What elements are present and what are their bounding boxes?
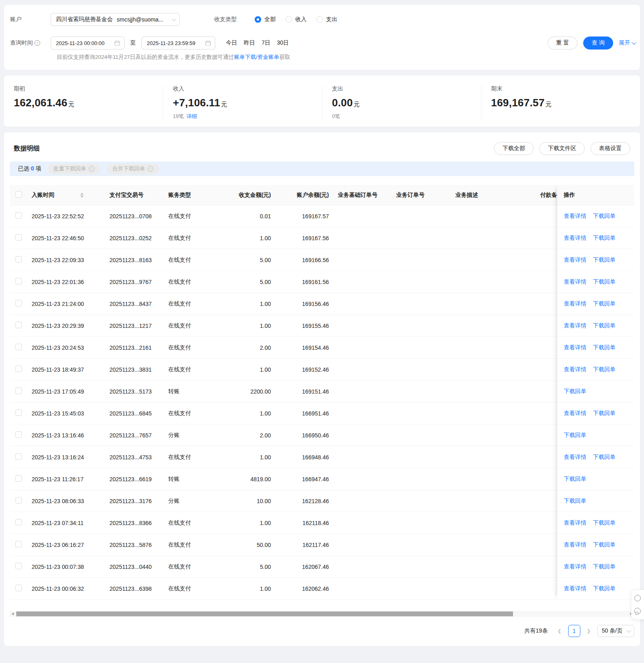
download-receipt-link[interactable]: 下载回单 bbox=[593, 213, 616, 220]
floating-help-widget[interactable] bbox=[631, 590, 644, 620]
download-receipt-link[interactable]: 下载回单 bbox=[564, 432, 586, 439]
funds-flow-page: 账户 四川省索玛慈善基金会 smcsjjh@suoma... 收支类型 全部 收… bbox=[0, 0, 644, 663]
view-detail-link[interactable]: 查看详情 bbox=[564, 410, 586, 417]
download-receipt-link[interactable]: 下载回单 bbox=[593, 300, 616, 308]
prev-page-icon[interactable]: ❮ bbox=[554, 626, 565, 636]
quick-yesterday[interactable]: 昨日 bbox=[244, 39, 255, 47]
row-checkbox[interactable] bbox=[15, 475, 22, 482]
view-detail-link[interactable]: 查看详情 bbox=[564, 344, 586, 351]
row-balance: 169161.56 bbox=[273, 279, 331, 285]
row-checkbox-cell bbox=[10, 300, 26, 308]
download-receipt-link[interactable]: 下载回单 bbox=[593, 278, 616, 286]
select-all-checkbox[interactable] bbox=[15, 191, 22, 198]
row-checkbox[interactable] bbox=[15, 256, 22, 263]
download-receipt-link[interactable]: 下载回单 bbox=[593, 519, 616, 527]
view-detail-link[interactable]: 查看详情 bbox=[564, 563, 586, 570]
bill-download-link[interactable]: 账单下载 bbox=[234, 54, 256, 60]
row-checkbox[interactable] bbox=[15, 212, 22, 219]
sort-icon[interactable] bbox=[80, 193, 84, 198]
view-detail-link[interactable]: 查看详情 bbox=[564, 256, 586, 264]
customer-service-icon[interactable] bbox=[634, 608, 641, 614]
view-detail-link[interactable]: 查看详情 bbox=[564, 278, 586, 286]
row-checkbox[interactable] bbox=[15, 278, 22, 284]
row-checkbox[interactable] bbox=[15, 409, 22, 416]
table-row: 2025-11-23 22:09:3320251123...8163在线支付5.… bbox=[10, 249, 634, 271]
info-icon[interactable]: i bbox=[34, 40, 40, 46]
download-receipt-link[interactable]: 下载回单 bbox=[564, 476, 586, 483]
merge-download-label: 合并下载回单 bbox=[112, 165, 145, 172]
account-select[interactable]: 四川省索玛慈善基金会 smcsjjh@suoma... bbox=[51, 13, 180, 26]
view-detail-link[interactable]: 查看详情 bbox=[564, 519, 586, 527]
row-transaction-id: 20251123...6619 bbox=[103, 476, 162, 482]
download-filezone-button[interactable]: 下载文件区 bbox=[539, 142, 585, 155]
income-label: 收入 bbox=[173, 85, 312, 93]
download-receipt-link[interactable]: 下载回单 bbox=[593, 322, 616, 329]
quick-30d[interactable]: 30日 bbox=[277, 39, 289, 47]
table-settings-button[interactable]: 表格设置 bbox=[590, 142, 630, 155]
download-receipt-link[interactable]: 下载回单 bbox=[593, 366, 616, 373]
fund-bill-link[interactable]: 资金账单 bbox=[258, 54, 279, 60]
view-detail-link[interactable]: 查看详情 bbox=[564, 213, 586, 220]
radio-income[interactable]: 收入 bbox=[286, 16, 307, 23]
download-receipt-link[interactable]: 下载回单 bbox=[593, 344, 616, 351]
merge-download-button[interactable]: 合并下载回单i bbox=[107, 164, 159, 174]
download-receipt-link[interactable]: 下载回单 bbox=[593, 585, 616, 592]
next-page-icon[interactable]: ❯ bbox=[584, 626, 594, 636]
query-button[interactable]: 查 询 bbox=[583, 37, 613, 50]
download-receipt-link[interactable]: 下载回单 bbox=[593, 256, 616, 264]
download-receipt-link[interactable]: 下载回单 bbox=[564, 388, 586, 395]
page-number[interactable]: 1 bbox=[568, 625, 580, 637]
help-icon[interactable] bbox=[634, 595, 641, 601]
expand-link[interactable]: 展开 bbox=[619, 39, 635, 47]
row-checkbox[interactable] bbox=[15, 366, 22, 372]
download-receipt-link[interactable]: 下载回单 bbox=[564, 497, 586, 505]
horizontal-scrollbar[interactable]: ◀ ▶ bbox=[10, 611, 634, 617]
reset-button[interactable]: 重 置 bbox=[547, 37, 577, 50]
row-checkbox[interactable] bbox=[15, 387, 22, 394]
col-order: 业务订单号 bbox=[390, 192, 449, 199]
download-receipt-link[interactable]: 下载回单 bbox=[593, 235, 616, 242]
view-detail-link[interactable]: 查看详情 bbox=[564, 454, 586, 461]
closing-label: 期末 bbox=[491, 85, 630, 93]
view-detail-link[interactable]: 查看详情 bbox=[564, 585, 586, 592]
quick-today[interactable]: 今日 bbox=[226, 39, 237, 47]
view-detail-link[interactable]: 查看详情 bbox=[564, 300, 586, 308]
view-detail-link[interactable]: 查看详情 bbox=[564, 366, 586, 373]
download-receipt-link[interactable]: 下载回单 bbox=[593, 563, 616, 570]
scroll-left-icon[interactable]: ◀ bbox=[10, 611, 15, 617]
row-checkbox[interactable] bbox=[15, 585, 22, 591]
quick-7d[interactable]: 7日 bbox=[262, 39, 270, 47]
table-row: 2025-11-23 20:29:3920251123...1217在线支付1.… bbox=[10, 315, 634, 337]
income-detail-link[interactable]: 详细 bbox=[187, 113, 197, 119]
row-amount: 1.00 bbox=[221, 323, 273, 329]
row-checkbox[interactable] bbox=[15, 497, 22, 504]
scrollbar-thumb[interactable] bbox=[16, 611, 513, 616]
view-detail-link[interactable]: 查看详情 bbox=[564, 322, 586, 329]
scrollbar-track[interactable] bbox=[15, 611, 629, 617]
date-range-separator: 至 bbox=[130, 39, 136, 47]
download-receipt-link[interactable]: 下载回单 bbox=[593, 541, 616, 549]
page-size-select[interactable]: 50 条/页 bbox=[597, 625, 634, 637]
row-account-type: 在线支付 bbox=[162, 585, 221, 592]
date-from-input[interactable]: 2025-11-23 00:00:00 bbox=[51, 37, 125, 50]
radio-all[interactable]: 全部 bbox=[255, 16, 276, 23]
row-checkbox[interactable] bbox=[15, 453, 22, 460]
table-body: 2025-11-23 22:52:5220251123...0708在线支付0.… bbox=[10, 205, 634, 600]
view-detail-link[interactable]: 查看详情 bbox=[564, 235, 586, 242]
radio-expense[interactable]: 支出 bbox=[316, 16, 337, 23]
row-checkbox[interactable] bbox=[15, 541, 22, 547]
download-receipt-link[interactable]: 下载回单 bbox=[593, 454, 616, 461]
row-checkbox[interactable] bbox=[15, 563, 22, 569]
view-detail-link[interactable]: 查看详情 bbox=[564, 541, 586, 549]
row-checkbox[interactable] bbox=[15, 300, 22, 306]
row-checkbox[interactable] bbox=[15, 431, 22, 438]
date-to-input[interactable]: 2025-11-23 23:59:59 bbox=[142, 37, 215, 50]
batch-download-button[interactable]: 批量下载回单i bbox=[48, 164, 100, 174]
download-receipt-link[interactable]: 下载回单 bbox=[593, 410, 616, 417]
row-balance: 166948.46 bbox=[273, 454, 331, 461]
row-checkbox[interactable] bbox=[15, 234, 22, 241]
row-checkbox[interactable] bbox=[15, 519, 22, 525]
row-checkbox[interactable] bbox=[15, 344, 22, 350]
row-checkbox[interactable] bbox=[15, 322, 22, 328]
download-all-button[interactable]: 下载全部 bbox=[494, 142, 534, 155]
